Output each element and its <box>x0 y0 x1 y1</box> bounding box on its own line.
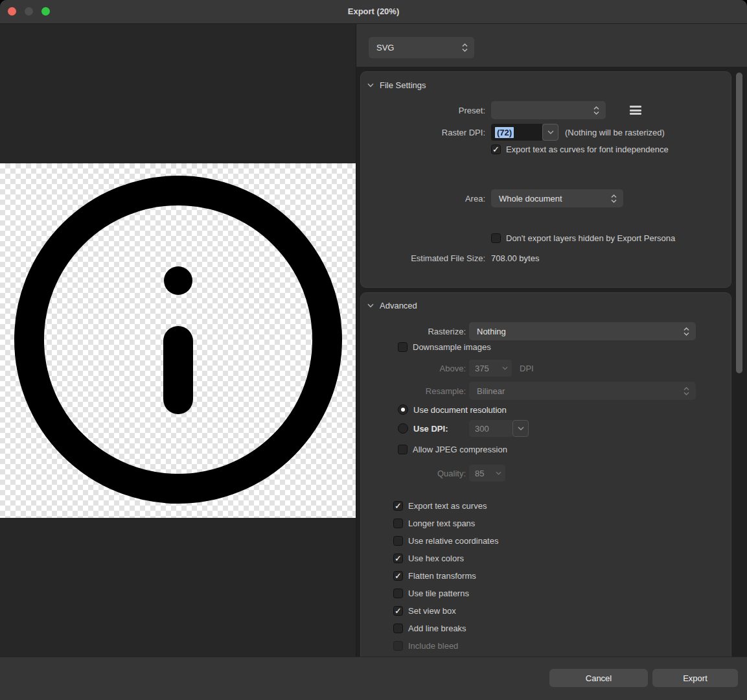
option-include-bleed: Include bleed <box>393 641 458 651</box>
option-add-line-breaks[interactable]: Add line breaks <box>393 624 466 633</box>
collapse-chevron-icon <box>367 83 374 88</box>
dialog-footer: Cancel Export <box>0 657 747 700</box>
preset-menu-icon[interactable] <box>630 106 641 115</box>
info-icon <box>0 163 356 518</box>
checkbox <box>393 641 403 651</box>
area-label: Area: <box>361 194 485 204</box>
checkbox-label: Export text as curves for font independe… <box>506 145 669 154</box>
rasterize-label: Rasterize: <box>361 327 466 336</box>
updown-chevron-icon <box>610 194 617 204</box>
export-dialog: Export (20%) SVG File Settings Pre <box>0 0 747 700</box>
checkbox-label: Add line breaks <box>408 624 466 633</box>
checkbox[interactable] <box>491 233 501 243</box>
checkbox[interactable] <box>393 554 403 563</box>
checkbox[interactable] <box>393 571 403 581</box>
option-set-view-box[interactable]: Set view box <box>393 606 456 616</box>
file-settings-card: File Settings Preset: Raster DPI: (72) (… <box>360 71 731 288</box>
export-button[interactable]: Export <box>652 669 738 687</box>
section-title: Advanced <box>380 301 417 310</box>
option-flatten-transforms[interactable]: Flatten transforms <box>393 571 476 581</box>
preview-background-bottom <box>0 518 356 657</box>
export-text-curves-font-checkbox[interactable]: Export text as curves for font independe… <box>491 145 669 154</box>
checkbox-label: Flatten transforms <box>408 571 476 581</box>
use-dpi-dropdown-button[interactable] <box>512 420 529 437</box>
file-settings-header[interactable]: File Settings <box>367 80 426 90</box>
collapse-chevron-icon <box>367 303 374 308</box>
area-select[interactable]: Whole document <box>491 189 623 207</box>
allow-jpeg-compression-checkbox[interactable]: Allow JPEG compression <box>398 445 507 454</box>
checkbox-label: Use tile patterns <box>408 589 469 598</box>
checkbox[interactable] <box>393 536 403 546</box>
checkbox-label: Longer text spans <box>408 519 475 528</box>
checkbox-label: Use relative coordinates <box>408 536 498 546</box>
updown-chevron-icon <box>461 43 468 52</box>
checkbox[interactable] <box>393 589 403 598</box>
checkbox[interactable] <box>393 519 403 528</box>
checkbox-label: Set view box <box>408 606 456 616</box>
option-use-tile-patterns[interactable]: Use tile patterns <box>393 589 469 598</box>
option-use-hex-colors[interactable]: Use hex colors <box>393 554 464 563</box>
checkbox-label: Use hex colors <box>408 554 464 563</box>
preview-background-top <box>0 24 356 163</box>
estimated-size-value: 708.00 bytes <box>491 253 539 263</box>
checkbox-label: Allow JPEG compression <box>413 445 507 454</box>
raster-dpi-dropdown-button[interactable] <box>542 124 558 141</box>
option-longer-text-spans[interactable]: Longer text spans <box>393 519 475 528</box>
use-dpi-radio[interactable]: Use DPI: <box>398 423 448 434</box>
down-chevron-icon <box>518 426 524 430</box>
quality-value: 85 <box>475 469 484 478</box>
advanced-header[interactable]: Advanced <box>367 301 417 310</box>
raster-dpi-note: (Nothing will be rasterized) <box>565 128 665 137</box>
resample-select[interactable]: Bilinear <box>469 382 696 400</box>
rasterize-value: Nothing <box>477 327 506 336</box>
checkbox-label: Export text as curves <box>408 501 487 511</box>
quality-label: Quality: <box>361 469 466 478</box>
section-title: File Settings <box>380 80 426 90</box>
downsample-images-checkbox[interactable]: Downsample images <box>398 342 491 352</box>
preset-select[interactable] <box>491 101 606 119</box>
radio-label: Use DPI: <box>413 424 448 434</box>
checkbox[interactable] <box>491 145 501 154</box>
resample-label: Resample: <box>361 386 466 396</box>
use-dpi-combo[interactable]: 300 <box>469 420 512 437</box>
updown-chevron-icon <box>593 106 600 115</box>
radio[interactable] <box>398 404 408 415</box>
checkbox[interactable] <box>398 445 408 454</box>
quality-combo[interactable]: 85 <box>469 465 505 482</box>
raster-dpi-input[interactable]: (72) <box>491 124 542 141</box>
above-dpi-unit: DPI <box>520 364 534 373</box>
estimated-size-label: Estimated File Size: <box>361 253 485 263</box>
radio[interactable] <box>398 423 408 434</box>
checkbox[interactable] <box>398 342 408 352</box>
above-dpi-combo[interactable]: 375 <box>469 360 512 377</box>
checkbox-label: Downsample images <box>413 342 491 352</box>
updown-chevron-icon <box>683 327 690 336</box>
updown-chevron-icon <box>683 386 690 396</box>
format-select[interactable]: SVG <box>369 37 474 58</box>
resample-value: Bilinear <box>477 386 505 396</box>
checkbox[interactable] <box>393 624 403 633</box>
cancel-button[interactable]: Cancel <box>549 669 648 687</box>
titlebar: Export (20%) <box>0 0 747 24</box>
window-title: Export (20%) <box>0 6 747 16</box>
checkbox-label: Include bleed <box>408 641 458 651</box>
raster-dpi-label: Raster DPI: <box>361 128 485 137</box>
above-label: Above: <box>361 364 466 373</box>
checkbox[interactable] <box>393 606 403 616</box>
rasterize-select[interactable]: Nothing <box>469 322 696 340</box>
use-document-resolution-radio[interactable]: Use document resolution <box>398 404 507 415</box>
use-dpi-value: 300 <box>475 424 489 434</box>
raster-dpi-value: (72) <box>495 127 514 138</box>
scrollbar-thumb[interactable] <box>736 73 742 373</box>
dont-export-hidden-checkbox[interactable]: Don't export layers hidden by Export Per… <box>491 233 675 243</box>
format-value: SVG <box>376 43 394 52</box>
export-preview <box>0 163 356 518</box>
option-use-relative-coordinates[interactable]: Use relative coordinates <box>393 536 498 546</box>
radio-label: Use document resolution <box>413 405 507 415</box>
down-chevron-icon <box>496 471 501 475</box>
checkbox[interactable] <box>393 501 403 511</box>
format-strip: SVG <box>356 24 747 67</box>
advanced-card: Advanced Rasterize: Nothing Downsample i… <box>360 292 731 657</box>
down-chevron-icon <box>547 130 554 134</box>
option-export-text-as-curves[interactable]: Export text as curves <box>393 501 487 511</box>
